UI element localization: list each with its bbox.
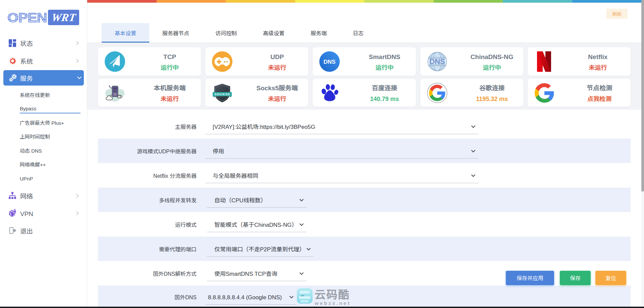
svg-text:DNS: DNS [324,59,336,65]
svg-text:SOCKS5: SOCKS5 [215,92,230,96]
svg-text:DNS: DNS [429,57,445,66]
